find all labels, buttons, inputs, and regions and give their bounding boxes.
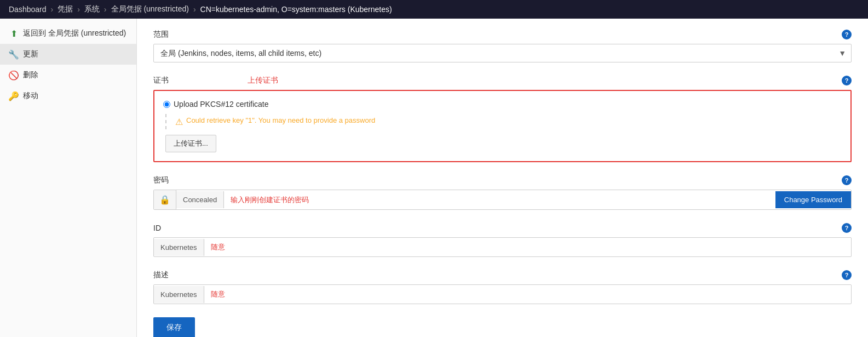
back-icon: ⬆ bbox=[9, 28, 19, 38]
sidebar-item-back-label: 返回到 全局凭据 (unrestricted) bbox=[23, 28, 126, 38]
main-content: 范围 ? 全局 (Jenkins, nodes, items, all chil… bbox=[137, 19, 868, 337]
desc-hint: 随意 bbox=[204, 285, 852, 304]
topbar: Dashboard › 凭据 › 系统 › 全局凭据 (unrestricted… bbox=[0, 0, 868, 19]
sidebar-item-delete[interactable]: 🚫 删除 bbox=[0, 65, 136, 85]
id-section: ID ? Kubernetes 随意 bbox=[153, 223, 852, 257]
sidebar-item-update[interactable]: 🔧 更新 bbox=[0, 44, 136, 65]
pkcs12-radio[interactable] bbox=[163, 101, 170, 108]
id-help-icon[interactable]: ? bbox=[842, 223, 852, 233]
nav-credentials[interactable]: 凭据 bbox=[58, 4, 73, 14]
nav-current: CN=kubernetes-admin, O=system:masters (K… bbox=[200, 5, 392, 14]
desc-label: 描述 bbox=[153, 270, 169, 280]
cert-warning-row: ⚠ Could retrieve key "1". You may need t… bbox=[165, 114, 842, 129]
upload-cert-button[interactable]: 上传证书... bbox=[165, 135, 216, 152]
layout: ⬆ 返回到 全局凭据 (unrestricted) 🔧 更新 🚫 删除 🔑 移动… bbox=[0, 19, 868, 337]
nav-system[interactable]: 系统 bbox=[84, 4, 100, 14]
lock-icon: 🔒 bbox=[154, 190, 176, 209]
id-header: ID ? bbox=[153, 223, 852, 233]
sidebar-item-delete-label: 删除 bbox=[23, 70, 38, 80]
id-prefix: Kubernetes bbox=[154, 239, 204, 256]
desc-help-icon[interactable]: ? bbox=[842, 270, 852, 280]
desc-prefix: Kubernetes bbox=[154, 286, 204, 303]
password-help-icon[interactable]: ? bbox=[842, 175, 852, 185]
delete-icon: 🚫 bbox=[9, 70, 19, 80]
certificate-section: 证书 ? 上传证书 Upload PKCS#12 certificate ⚠ C… bbox=[153, 76, 852, 162]
save-section: 保存 bbox=[153, 317, 852, 337]
cert-warning-text: Could retrieve key "1". You may need to … bbox=[186, 116, 375, 124]
id-row: Kubernetes 随意 bbox=[153, 237, 852, 257]
nav-dashboard[interactable]: Dashboard bbox=[9, 5, 47, 14]
scope-label: 范围 bbox=[153, 30, 169, 39]
scope-section: 范围 ? 全局 (Jenkins, nodes, items, all chil… bbox=[153, 30, 852, 62]
desc-header: 描述 ? bbox=[153, 270, 852, 280]
id-label: ID bbox=[153, 224, 161, 232]
sidebar-item-move[interactable]: 🔑 移动 bbox=[0, 85, 136, 106]
scope-header: 范围 ? bbox=[153, 30, 852, 39]
password-concealed-text: Concealed bbox=[176, 191, 224, 208]
password-label: 密码 bbox=[153, 175, 169, 185]
cert-label: 证书 bbox=[153, 76, 169, 85]
password-hint-text: 输入刚刚创建证书的密码 bbox=[224, 191, 775, 209]
change-password-button[interactable]: Change Password bbox=[775, 191, 851, 208]
scope-select-wrapper: 全局 (Jenkins, nodes, items, all child ite… bbox=[153, 44, 852, 62]
description-section: 描述 ? Kubernetes 随意 bbox=[153, 270, 852, 304]
password-row: 🔒 Concealed 输入刚刚创建证书的密码 Change Password bbox=[153, 190, 852, 210]
sidebar-item-update-label: 更新 bbox=[23, 49, 38, 59]
sidebar-item-back[interactable]: ⬆ 返回到 全局凭据 (unrestricted) bbox=[0, 23, 136, 44]
cert-box: 上传证书 Upload PKCS#12 certificate ⚠ Could … bbox=[153, 90, 852, 162]
save-button[interactable]: 保存 bbox=[153, 317, 195, 337]
desc-row: Kubernetes 随意 bbox=[153, 284, 852, 304]
password-section: 密码 ? 🔒 Concealed 输入刚刚创建证书的密码 Change Pass… bbox=[153, 175, 852, 210]
pkcs12-label[interactable]: Upload PKCS#12 certificate bbox=[174, 100, 269, 108]
cert-radio-row: Upload PKCS#12 certificate bbox=[163, 100, 842, 108]
cert-help-icon[interactable]: ? bbox=[842, 76, 852, 85]
sidebar: ⬆ 返回到 全局凭据 (unrestricted) 🔧 更新 🚫 删除 🔑 移动 bbox=[0, 19, 137, 337]
move-icon: 🔑 bbox=[9, 91, 19, 101]
wrench-icon: 🔧 bbox=[9, 49, 19, 59]
sidebar-item-move-label: 移动 bbox=[23, 91, 38, 101]
cert-overlay-label: 上传证书 bbox=[248, 76, 278, 85]
scope-select[interactable]: 全局 (Jenkins, nodes, items, all child ite… bbox=[153, 44, 852, 62]
warning-icon: ⚠ bbox=[175, 117, 183, 127]
id-hint: 随意 bbox=[204, 238, 852, 256]
nav-global-credentials[interactable]: 全局凭据 (unrestricted) bbox=[111, 4, 189, 14]
password-header: 密码 ? bbox=[153, 175, 852, 185]
scope-help-icon[interactable]: ? bbox=[842, 30, 852, 39]
